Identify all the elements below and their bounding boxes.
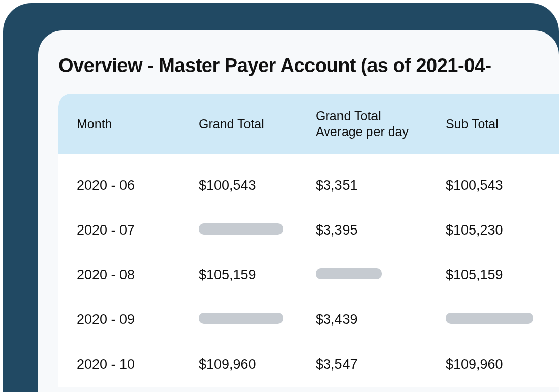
table-body: 2020 - 06 $100,543 $3,351 $100,543 2020 …: [58, 154, 559, 387]
table-row: 2020 - 07 $3,395 $105,230: [77, 208, 559, 253]
cell-avg-per-day: $3,395: [316, 222, 446, 238]
placeholder-bar: [316, 268, 382, 279]
table-header-grand-total: Grand Total: [199, 116, 316, 132]
table-header-month: Month: [77, 116, 199, 132]
table-header-sub-total: Sub Total: [446, 116, 557, 132]
cell-grand-total: [199, 312, 316, 328]
table-row: 2020 - 10 $109,960 $3,547 $109,960: [77, 342, 559, 387]
cell-month: 2020 - 07: [77, 222, 199, 238]
table-row: 2020 - 08 $105,159 $105,159: [77, 253, 559, 298]
cell-sub-total: [446, 312, 557, 328]
placeholder-bar: [199, 223, 283, 235]
cell-avg-per-day: $3,351: [316, 178, 446, 193]
overview-panel: Overview - Master Payer Account (as of 2…: [38, 30, 559, 392]
cell-sub-total: $100,543: [446, 178, 557, 193]
overview-table: Month Grand Total Grand Total Average pe…: [58, 94, 559, 387]
cell-avg-per-day: $3,439: [316, 312, 446, 328]
cell-grand-total: $109,960: [199, 356, 316, 372]
cell-grand-total: $105,159: [199, 267, 316, 283]
table-row: 2020 - 06 $100,543 $3,351 $100,543: [77, 164, 559, 208]
cell-sub-total: $105,230: [446, 222, 557, 238]
page-title: Overview - Master Payer Account (as of 2…: [58, 55, 559, 77]
table-header-avg-line2: Average per day: [316, 124, 409, 139]
cell-grand-total: [199, 222, 316, 238]
cell-month: 2020 - 08: [77, 267, 199, 283]
cell-sub-total: $105,159: [446, 267, 557, 283]
cell-avg-per-day: $3,547: [316, 356, 446, 372]
placeholder-bar: [446, 313, 533, 324]
table-row: 2020 - 09 $3,439: [77, 298, 559, 342]
cell-month: 2020 - 09: [77, 312, 199, 328]
cell-avg-per-day: [316, 267, 446, 283]
table-header-avg-per-day: Grand Total Average per day: [316, 108, 446, 140]
cell-month: 2020 - 10: [77, 356, 199, 372]
cell-month: 2020 - 06: [77, 178, 199, 193]
table-header-row: Month Grand Total Grand Total Average pe…: [58, 94, 559, 154]
cell-sub-total: $109,960: [446, 356, 557, 372]
table-header-avg-line1: Grand Total: [316, 109, 381, 123]
cell-grand-total: $100,543: [199, 178, 316, 193]
placeholder-bar: [199, 313, 283, 324]
